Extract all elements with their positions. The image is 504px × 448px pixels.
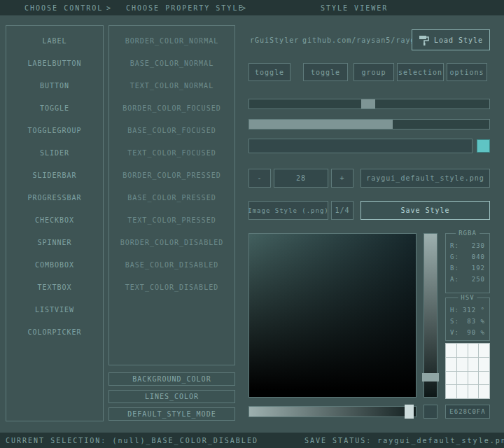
save-status: SAVE STATUS: raygui_default_style.png — [304, 437, 504, 444]
spinner-minus-button[interactable]: - — [248, 169, 271, 188]
palette-cell[interactable] — [468, 358, 479, 371]
spinner-plus-button[interactable]: + — [331, 169, 354, 188]
palette-cell[interactable] — [446, 344, 456, 357]
slider-handle[interactable] — [361, 99, 375, 108]
property-item-text-color-normal[interactable]: TEXT_COLOR_NORMAL — [109, 74, 234, 97]
control-item-togglegroup[interactable]: TOGGLEGROUP — [6, 119, 103, 141]
current-selection-status: CURRENT SELECTION: (null)_BASE_COLOR_DIS… — [6, 437, 258, 444]
toggle-group-selection[interactable]: selection — [397, 63, 444, 81]
property-item-base-color-disabled[interactable]: BASE_COLOR_DISABLED — [109, 253, 234, 276]
palette-cell[interactable] — [457, 344, 468, 357]
rgba-title: RGBA — [456, 230, 479, 237]
palette-cell[interactable] — [468, 344, 479, 357]
property-item-border-color-normal[interactable]: BORDER_COLOR_NORMAL — [109, 29, 234, 52]
hsv-row-v: V:90 % — [450, 329, 485, 340]
page-indicator[interactable]: 1/4 — [331, 201, 354, 220]
toggle-group-group[interactable]: group — [354, 63, 394, 81]
progressbar-fill — [249, 120, 393, 129]
background-color-button[interactable]: BACKGROUND_COLOR — [108, 372, 235, 386]
palette-cell[interactable] — [457, 358, 468, 371]
header-choose-control: CHOOSE CONTROL — [24, 4, 103, 12]
rgba-row-b: B:192 — [450, 265, 485, 276]
palette-cell[interactable] — [479, 372, 489, 385]
toggle-button-1[interactable]: toggle — [248, 63, 290, 81]
spinner-value[interactable]: 28 — [274, 169, 328, 188]
palette-cell[interactable] — [479, 385, 489, 398]
alpha-slider-handle[interactable] — [405, 405, 414, 419]
save-style-button[interactable]: Save Style — [360, 201, 490, 220]
property-item-text-color-pressed[interactable]: TEXT_COLOR_PRESSED — [109, 209, 234, 231]
header-style-viewer: STYLE VIEWER — [321, 4, 388, 12]
palette-cell[interactable] — [468, 372, 479, 385]
progressbar-track[interactable] — [248, 119, 490, 130]
palette-cell[interactable] — [468, 385, 479, 398]
hsv-group: HSV H:312 ° S:83 % V:90 % — [445, 298, 490, 341]
demo-textbox[interactable] — [248, 139, 472, 153]
property-item-base-color-normal[interactable]: BASE_COLOR_NORMAL — [109, 52, 234, 74]
toggle-button-2[interactable]: toggle — [303, 63, 348, 81]
control-item-sliderbar[interactable]: SLIDERBAR — [6, 164, 103, 186]
control-item-spinner[interactable]: SPINNER — [6, 231, 103, 253]
property-item-border-color-disabled[interactable]: BORDER_COLOR_DISABLED — [109, 231, 234, 253]
control-item-labelbutton[interactable]: LABELBUTTON — [6, 52, 103, 74]
palette-cell[interactable] — [479, 344, 489, 357]
control-item-colorpicker[interactable]: COLORPICKER — [6, 321, 103, 343]
control-item-textbox[interactable]: TEXTBOX — [6, 276, 103, 298]
top-header-bar: CHOOSE CONTROL > CHOOSE PROPERTY STYLE >… — [0, 0, 504, 15]
control-item-combobox[interactable]: COMBOBOX — [6, 253, 103, 276]
slider-track[interactable] — [248, 99, 490, 109]
control-item-listview[interactable]: LISTVIEW — [6, 298, 103, 321]
control-item-button[interactable]: BUTTON — [6, 74, 103, 97]
control-item-label[interactable]: LABEL — [6, 29, 103, 52]
hsv-row-s: S:83 % — [450, 318, 485, 329]
load-style-label: Load Style — [434, 36, 483, 44]
status-bar: CURRENT SELECTION: (null)_BASE_COLOR_DIS… — [0, 433, 504, 448]
load-style-button[interactable]: Load Style — [412, 29, 490, 50]
header-separator-icon: > — [106, 4, 112, 12]
app-name-label: rGuiStyler — [250, 36, 299, 44]
toggle-group-options[interactable]: options — [447, 63, 487, 81]
rgba-row-g: G:040 — [450, 253, 485, 265]
palette-cell[interactable] — [479, 358, 489, 371]
properties-list: BORDER_COLOR_NORMAL BASE_COLOR_NORMAL TE… — [108, 25, 235, 365]
control-item-slider[interactable]: SLIDER — [6, 141, 103, 164]
property-item-text-color-disabled[interactable]: TEXT_COLOR_DISABLED — [109, 276, 234, 298]
property-item-base-color-pressed[interactable]: BASE_COLOR_PRESSED — [109, 186, 234, 209]
color-picker-panel[interactable] — [248, 233, 416, 398]
demo-checkbox[interactable] — [477, 139, 490, 153]
paint-roller-icon — [419, 35, 429, 46]
controls-list: LABEL LABELBUTTON BUTTON TOGGLE TOGGLEGR… — [6, 25, 104, 421]
rguistyler-window: CHOOSE CONTROL > CHOOSE PROPERTY STYLE >… — [0, 0, 504, 448]
alpha-slider[interactable] — [248, 406, 416, 417]
control-item-checkbox[interactable]: CHECKBOX — [6, 209, 103, 231]
property-item-base-color-focused[interactable]: BASE_COLOR_FOCUSED — [109, 119, 234, 141]
control-item-toggle[interactable]: TOGGLE — [6, 97, 103, 119]
control-item-progressbar[interactable]: PROGRESSBAR — [6, 186, 103, 209]
image-style-button[interactable]: Image Style (.png) — [248, 201, 328, 220]
palette-cell[interactable] — [446, 372, 456, 385]
lines-color-button[interactable]: LINES_COLOR — [108, 390, 235, 403]
property-item-text-color-focused[interactable]: TEXT_COLOR_FOCUSED — [109, 141, 234, 164]
rgba-group: RGBA R:230 G:040 B:192 A:250 — [445, 233, 490, 293]
palette-cell[interactable] — [446, 358, 456, 371]
property-item-border-color-focused[interactable]: BORDER_COLOR_FOCUSED — [109, 97, 234, 119]
header-choose-property-style: CHOOSE PROPERTY STYLE — [126, 4, 244, 12]
color-palette-grid — [445, 343, 490, 399]
hsv-row-h: H:312 ° — [450, 307, 485, 318]
header-separator-icon: > — [241, 4, 247, 12]
rgba-row-r: R:230 — [450, 242, 485, 253]
alpha-toggle-box[interactable] — [424, 405, 438, 419]
property-item-border-color-pressed[interactable]: BORDER_COLOR_PRESSED — [109, 164, 234, 186]
repo-link-label: github.com/raysan5/raygui — [302, 36, 426, 44]
default-style-mode-button[interactable]: DEFAULT_STYLE_MODE — [108, 407, 235, 421]
hsv-title: HSV — [458, 294, 477, 301]
hex-value-textbox[interactable]: E628C0FA — [445, 405, 490, 419]
filename-textbox[interactable]: raygui_default_style.png — [360, 169, 490, 188]
rgba-row-a: A:250 — [450, 276, 485, 287]
palette-cell[interactable] — [457, 385, 468, 398]
hue-slider-handle[interactable] — [422, 373, 439, 382]
palette-cell[interactable] — [457, 372, 468, 385]
palette-cell[interactable] — [446, 385, 456, 398]
